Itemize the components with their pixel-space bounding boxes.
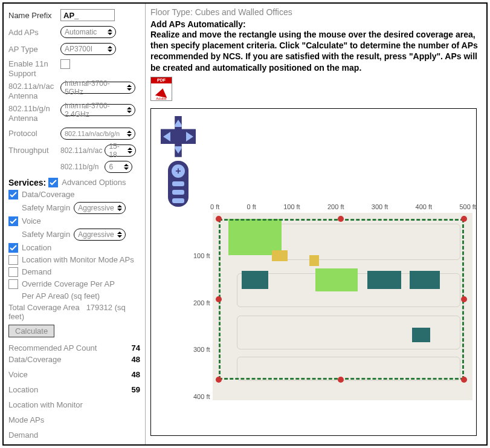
antenna-a-label: 802.11a/n/ac Antenna [8, 82, 60, 100]
enable-11n-label: Enable 11n Support [8, 59, 60, 78]
resize-handle[interactable] [461, 296, 467, 302]
result-locmonitor-label: Location with Monitor [8, 400, 143, 409]
floor-type-label: Floor Type: Cubes and Walled Offices [150, 7, 482, 17]
resize-handle[interactable] [338, 377, 344, 383]
voice-label: Voice [22, 216, 41, 226]
location-label: Location [22, 243, 51, 252]
throughput-b-label: 802.11b/g/n [60, 163, 98, 171]
data-safety-select[interactable]: Aggressive [74, 202, 125, 214]
voice-safety-select[interactable]: Aggressive [74, 229, 125, 241]
settings-panel: Name Prefix Add APs Automatic AP Type AP… [4, 4, 145, 444]
antenna-b-label: 802.11b/g/n Antenna [8, 104, 60, 123]
voice-safety-label: Safety Margin [22, 230, 70, 239]
antenna-a-select[interactable]: Internal-3700-5GHz [60, 82, 135, 94]
result-voice-value: 48 [123, 370, 140, 379]
location-monitor-label: Location with Monitor Mode APs [22, 255, 134, 264]
ap-type-select[interactable]: AP3700I [60, 43, 116, 55]
result-data-label: Data/Coverage [8, 355, 61, 364]
resize-handle[interactable] [338, 216, 344, 222]
result-voice-label: Voice [8, 370, 28, 379]
floor-map[interactable]: + 0 ft0 ft100 ft200 ft300 ft400 ft500 ft… [150, 108, 477, 436]
map-nav-tool: + [161, 116, 196, 207]
name-prefix-label: Name Prefix [8, 11, 60, 20]
resize-handle[interactable] [216, 296, 222, 302]
result-modeaps-label: Mode APs [8, 415, 143, 424]
add-aps-label: Add APs [8, 28, 60, 37]
resize-handle[interactable] [216, 377, 222, 383]
zoom-slider[interactable] [172, 198, 184, 203]
pdf-icon[interactable]: PDF Adobe [150, 77, 172, 101]
add-aps-select[interactable]: Automatic [60, 26, 116, 38]
services-heading: Services: [8, 178, 46, 187]
protocol-select[interactable]: 802.11a/n/ac/b/g/n [60, 128, 135, 140]
pan-right-icon[interactable] [186, 132, 193, 141]
throughput-a-select[interactable]: 15-18 [105, 144, 136, 157]
advanced-options-checkbox[interactable] [48, 178, 58, 187]
calculate-button[interactable]: Calculate [8, 325, 54, 337]
zoom-control: + [168, 161, 189, 207]
zoom-slider[interactable] [172, 190, 184, 195]
x-axis: 0 ft0 ft100 ft200 ft300 ft400 ft500 ft [210, 203, 476, 210]
advanced-options-label: Advanced Options [62, 178, 126, 187]
location-monitor-checkbox[interactable] [8, 255, 18, 265]
recommended-value: 74 [123, 343, 140, 352]
instructions-text: Realize and move the rectangle using the… [150, 29, 482, 73]
throughput-label: Throughput [8, 146, 60, 155]
demand-checkbox[interactable] [8, 267, 18, 277]
enable-11n-checkbox[interactable] [60, 59, 70, 69]
result-location-label: Location [8, 385, 38, 394]
ap-type-label: AP Type [8, 45, 60, 54]
y-axis: 100 ft 200 ft 300 ft 400 ft [193, 213, 210, 400]
resize-handle[interactable] [461, 377, 467, 383]
throughput-a-label: 802.11a/n/ac [60, 146, 102, 155]
pan-down-icon[interactable] [173, 146, 183, 154]
result-data-value: 48 [123, 355, 140, 364]
demand-label: Demand [22, 267, 51, 276]
name-prefix-input[interactable] [60, 9, 115, 21]
protocol-label: Protocol [8, 129, 60, 138]
location-checkbox[interactable] [8, 243, 18, 253]
result-demand-label: Demand [8, 430, 143, 440]
map-panel: Floor Type: Cubes and Walled Offices Add… [145, 4, 486, 444]
zoom-slider[interactable] [172, 181, 184, 186]
voice-checkbox[interactable] [8, 216, 18, 226]
data-coverage-checkbox[interactable] [8, 190, 18, 200]
recommended-label: Recommended AP Count [8, 343, 97, 352]
resize-handle[interactable] [461, 216, 467, 222]
data-coverage-label: Data/Coverage [22, 190, 74, 199]
pan-up-icon[interactable] [173, 120, 183, 127]
total-coverage-label: Total Coverage Area [8, 303, 80, 312]
pan-control[interactable] [161, 116, 196, 157]
antenna-b-select[interactable]: Internal-3700-2.4GHz [60, 104, 135, 116]
pan-left-icon[interactable] [163, 132, 170, 141]
floor-plan[interactable] [213, 213, 472, 400]
throughput-b-select[interactable]: 6 [105, 161, 132, 173]
result-location-value: 59 [123, 385, 140, 394]
override-checkbox[interactable] [8, 279, 18, 289]
override-label: Override Coverage Per AP [22, 279, 115, 288]
data-safety-label: Safety Margin [22, 203, 70, 212]
per-ap-area-label: Per AP Area0 (sq feet) [22, 291, 143, 300]
resize-handle[interactable] [216, 216, 222, 222]
add-aps-heading: Add APs Automatically: [150, 19, 482, 29]
zoom-in-button[interactable]: + [172, 164, 185, 178]
